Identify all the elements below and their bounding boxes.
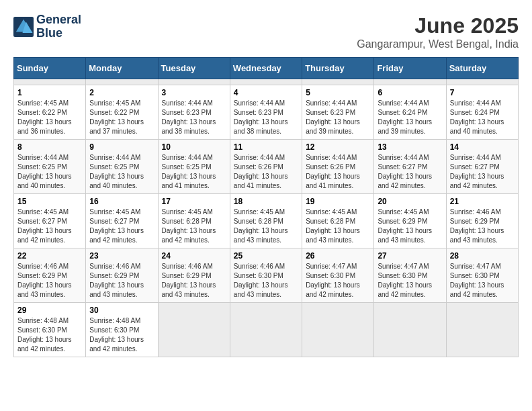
day-info: Sunrise: 4:45 AMSunset: 6:29 PMDaylight:… <box>378 208 442 245</box>
day-number: 26 <box>306 251 370 261</box>
calendar-week-row: 8Sunrise: 4:44 AMSunset: 6:25 PMDaylight… <box>14 140 519 194</box>
day-number: 5 <box>306 88 370 97</box>
day-number: 24 <box>162 251 226 261</box>
calendar-cell: 18Sunrise: 4:45 AMSunset: 6:28 PMDayligh… <box>230 194 302 248</box>
calendar-cell: 12Sunrise: 4:44 AMSunset: 6:26 PMDayligh… <box>302 140 374 194</box>
day-info: Sunrise: 4:46 AMSunset: 6:29 PMDaylight:… <box>89 262 154 300</box>
calendar-cell: 7Sunrise: 4:44 AMSunset: 6:24 PMDaylight… <box>446 85 518 140</box>
calendar-cell: 26Sunrise: 4:47 AMSunset: 6:30 PMDayligh… <box>302 248 374 303</box>
day-info: Sunrise: 4:48 AMSunset: 6:30 PMDaylight:… <box>89 316 154 354</box>
calendar-cell: 23Sunrise: 4:46 AMSunset: 6:29 PMDayligh… <box>86 248 158 303</box>
logo: General Blue <box>13 13 81 40</box>
day-info: Sunrise: 4:44 AMSunset: 6:24 PMDaylight:… <box>450 99 515 136</box>
day-info: Sunrise: 4:45 AMSunset: 6:28 PMDaylight:… <box>162 208 226 245</box>
calendar-cell <box>446 79 518 85</box>
location-title: Gangarampur, West Bengal, India <box>357 38 519 50</box>
calendar-cell: 5Sunrise: 4:44 AMSunset: 6:23 PMDaylight… <box>302 85 374 140</box>
day-header-friday: Friday <box>374 58 446 79</box>
calendar-cell <box>302 79 374 85</box>
day-number: 28 <box>450 251 515 261</box>
calendar-header-row: SundayMondayTuesdayWednesdayThursdayFrid… <box>14 58 519 79</box>
month-title: June 2025 <box>357 13 519 38</box>
day-info: Sunrise: 4:45 AMSunset: 6:27 PMDaylight:… <box>17 208 82 245</box>
calendar-week-row: 15Sunrise: 4:45 AMSunset: 6:27 PMDayligh… <box>14 194 519 248</box>
day-header-saturday: Saturday <box>446 58 518 79</box>
calendar-cell: 9Sunrise: 4:44 AMSunset: 6:25 PMDaylight… <box>86 140 158 194</box>
calendar-week-row <box>14 79 519 85</box>
day-info: Sunrise: 4:44 AMSunset: 6:27 PMDaylight:… <box>450 153 515 191</box>
day-header-sunday: Sunday <box>14 58 86 79</box>
logo-line1: General <box>36 13 81 27</box>
day-info: Sunrise: 4:44 AMSunset: 6:27 PMDaylight:… <box>378 153 442 191</box>
day-number: 15 <box>17 197 82 206</box>
day-number: 11 <box>234 142 298 152</box>
day-info: Sunrise: 4:44 AMSunset: 6:26 PMDaylight:… <box>234 153 298 191</box>
calendar-cell: 25Sunrise: 4:46 AMSunset: 6:30 PMDayligh… <box>230 248 302 303</box>
day-info: Sunrise: 4:44 AMSunset: 6:25 PMDaylight:… <box>17 153 82 191</box>
day-number: 1 <box>17 88 82 97</box>
day-info: Sunrise: 4:45 AMSunset: 6:22 PMDaylight:… <box>89 99 154 136</box>
day-info: Sunrise: 4:46 AMSunset: 6:30 PMDaylight:… <box>234 262 298 300</box>
calendar-cell: 19Sunrise: 4:45 AMSunset: 6:28 PMDayligh… <box>302 194 374 248</box>
calendar-cell: 28Sunrise: 4:47 AMSunset: 6:30 PMDayligh… <box>446 248 518 303</box>
calendar-cell: 16Sunrise: 4:45 AMSunset: 6:27 PMDayligh… <box>86 194 158 248</box>
day-number: 13 <box>378 142 442 152</box>
calendar-cell: 17Sunrise: 4:45 AMSunset: 6:28 PMDayligh… <box>158 194 230 248</box>
calendar-table: SundayMondayTuesdayWednesdayThursdayFrid… <box>13 57 519 357</box>
day-number: 21 <box>450 197 515 206</box>
day-number: 10 <box>162 142 226 152</box>
day-info: Sunrise: 4:47 AMSunset: 6:30 PMDaylight:… <box>306 262 370 300</box>
day-header-thursday: Thursday <box>302 58 374 79</box>
day-info: Sunrise: 4:44 AMSunset: 6:23 PMDaylight:… <box>234 99 298 136</box>
day-number: 4 <box>234 88 298 97</box>
day-info: Sunrise: 4:47 AMSunset: 6:30 PMDaylight:… <box>378 262 442 300</box>
day-info: Sunrise: 4:45 AMSunset: 6:28 PMDaylight:… <box>306 208 370 245</box>
day-info: Sunrise: 4:45 AMSunset: 6:28 PMDaylight:… <box>234 208 298 245</box>
day-number: 19 <box>306 197 370 206</box>
day-number: 8 <box>17 142 82 152</box>
calendar-week-row: 29Sunrise: 4:48 AMSunset: 6:30 PMDayligh… <box>14 303 519 357</box>
day-number: 30 <box>89 306 154 315</box>
day-header-wednesday: Wednesday <box>230 58 302 79</box>
logo-line2: Blue <box>36 27 81 40</box>
calendar-cell: 13Sunrise: 4:44 AMSunset: 6:27 PMDayligh… <box>374 140 446 194</box>
calendar-cell: 8Sunrise: 4:44 AMSunset: 6:25 PMDaylight… <box>14 140 86 194</box>
calendar-cell <box>302 303 374 357</box>
calendar-cell: 27Sunrise: 4:47 AMSunset: 6:30 PMDayligh… <box>374 248 446 303</box>
day-info: Sunrise: 4:46 AMSunset: 6:29 PMDaylight:… <box>17 262 82 300</box>
day-number: 20 <box>378 197 442 206</box>
day-number: 12 <box>306 142 370 152</box>
calendar-week-row: 1Sunrise: 4:45 AMSunset: 6:22 PMDaylight… <box>14 85 519 140</box>
calendar-cell: 11Sunrise: 4:44 AMSunset: 6:26 PMDayligh… <box>230 140 302 194</box>
day-number: 9 <box>89 142 154 152</box>
calendar-cell: 3Sunrise: 4:44 AMSunset: 6:23 PMDaylight… <box>158 85 230 140</box>
day-info: Sunrise: 4:45 AMSunset: 6:27 PMDaylight:… <box>89 208 154 245</box>
day-number: 29 <box>17 306 82 315</box>
calendar-cell: 10Sunrise: 4:44 AMSunset: 6:25 PMDayligh… <box>158 140 230 194</box>
calendar-cell: 6Sunrise: 4:44 AMSunset: 6:24 PMDaylight… <box>374 85 446 140</box>
day-number: 22 <box>17 251 82 261</box>
calendar-week-row: 22Sunrise: 4:46 AMSunset: 6:29 PMDayligh… <box>14 248 519 303</box>
day-number: 14 <box>450 142 515 152</box>
day-number: 17 <box>162 197 226 206</box>
day-header-monday: Monday <box>86 58 158 79</box>
page-header: General Blue June 2025 Gangarampur, West… <box>13 13 519 50</box>
day-info: Sunrise: 4:44 AMSunset: 6:23 PMDaylight:… <box>306 99 370 136</box>
calendar-cell: 22Sunrise: 4:46 AMSunset: 6:29 PMDayligh… <box>14 248 86 303</box>
calendar-cell: 30Sunrise: 4:48 AMSunset: 6:30 PMDayligh… <box>86 303 158 357</box>
day-info: Sunrise: 4:44 AMSunset: 6:26 PMDaylight:… <box>306 153 370 191</box>
day-number: 2 <box>89 88 154 97</box>
day-info: Sunrise: 4:47 AMSunset: 6:30 PMDaylight:… <box>450 262 515 300</box>
logo-icon <box>13 17 34 37</box>
title-area: June 2025 Gangarampur, West Bengal, Indi… <box>357 13 519 50</box>
day-number: 7 <box>450 88 515 97</box>
calendar-cell: 29Sunrise: 4:48 AMSunset: 6:30 PMDayligh… <box>14 303 86 357</box>
calendar-cell <box>14 79 86 85</box>
day-info: Sunrise: 4:44 AMSunset: 6:25 PMDaylight:… <box>162 153 226 191</box>
day-info: Sunrise: 4:46 AMSunset: 6:29 PMDaylight:… <box>450 208 515 245</box>
logo-text: General Blue <box>36 13 81 40</box>
day-number: 3 <box>162 88 226 97</box>
day-number: 16 <box>89 197 154 206</box>
day-info: Sunrise: 4:48 AMSunset: 6:30 PMDaylight:… <box>17 316 82 354</box>
calendar-cell: 14Sunrise: 4:44 AMSunset: 6:27 PMDayligh… <box>446 140 518 194</box>
